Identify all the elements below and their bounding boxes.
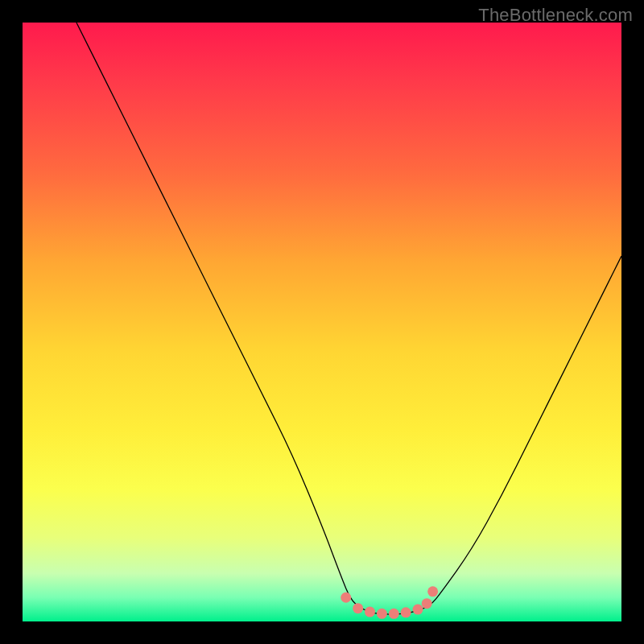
highlight-dot xyxy=(413,605,423,615)
highlight-dot xyxy=(389,609,399,619)
highlight-dot xyxy=(401,607,411,617)
highlight-dot xyxy=(341,592,351,603)
flat-region-dots xyxy=(341,586,438,619)
watermark-text: TheBottleneck.com xyxy=(478,5,633,26)
chart-area xyxy=(23,23,621,621)
highlight-dot xyxy=(422,598,432,609)
highlight-dot xyxy=(365,607,375,617)
highlight-dot xyxy=(353,603,363,613)
bottleneck-curve-plot xyxy=(23,23,621,621)
highlight-dot xyxy=(377,609,387,619)
highlight-dot xyxy=(427,586,438,597)
bottleneck-curve xyxy=(76,23,621,614)
